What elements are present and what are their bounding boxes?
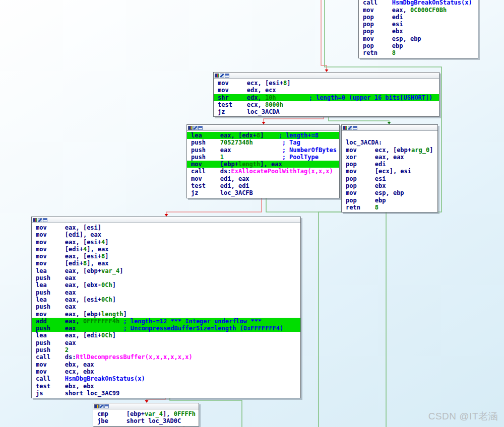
node-palette-icon[interactable] [343, 126, 347, 130]
node-collapse-icon[interactable] [353, 126, 357, 130]
asm-text-segment: ; NumberOfBytes [282, 147, 337, 154]
asm-line[interactable]: lea eax, [esi+0Ch] [32, 296, 300, 303]
asm-line[interactable]: mov eax, [ebp+length] [32, 311, 300, 318]
asm-line[interactable]: mov ecx, [ebp+arg_0] [342, 147, 437, 154]
basic-block-cmp-ffff[interactable]: cmp [ebp+var_4], 0FFFFhjbe short loc_3AD… [93, 403, 199, 426]
asm-line[interactable]: mov [edi], eax [32, 231, 300, 238]
asm-line[interactable]: pop edi [359, 14, 478, 21]
asm-line[interactable]: call ds:RtlDecompressBuffer(x,x,x,x,x,x) [32, 353, 300, 361]
asm-line[interactable]: push eax [32, 303, 300, 310]
asm-text-segment: lea eax, [esi+ [36, 296, 101, 303]
asm-line[interactable]: push eax [32, 274, 300, 281]
asm-line[interactable] [342, 132, 437, 139]
node-palette-icon[interactable] [188, 126, 193, 130]
asm-line[interactable]: mov ecx, [esi+8] [214, 80, 439, 87]
asm-line[interactable]: pop ebx [342, 182, 437, 189]
asm-line-highlighted[interactable]: shr edx, 10h ; length=0 (upper 16 bits[U… [214, 94, 439, 101]
asm-line[interactable]: lea eax, [ebx-0Ch] [32, 281, 300, 289]
asm-line[interactable]: call HsmDbgBreakOnStatus(x) [359, 0, 478, 7]
asm-line[interactable]: jbe short loc_3AD0C [93, 417, 199, 424]
asm-text-segment: shr edx, [218, 94, 265, 101]
node-pencil-icon[interactable] [220, 74, 224, 78]
asm-line[interactable]: test ebx, ebx [32, 383, 300, 390]
ida-graph-canvas[interactable]: mov ecx, 0C000CF0Bhcall HsmDbgBreakOnSta… [0, 0, 504, 427]
asm-line[interactable]: retn 8 [342, 204, 437, 211]
asm-line[interactable]: mov [edi+8], eax [32, 260, 300, 267]
asm-line[interactable]: retn 8 [359, 49, 478, 56]
basic-block-length-shift-test[interactable]: mov ecx, [esi+8]mov edx, ecxshr edx, 10h… [213, 72, 439, 117]
asm-text-segment: mov edx, ecx [218, 87, 276, 94]
asm-line[interactable]: mov eax, [esi+4] [32, 239, 300, 246]
asm-text-segment: mov [edi+ [36, 260, 83, 267]
asm-line[interactable]: push eax [32, 289, 300, 296]
asm-text-segment: ] [112, 281, 116, 289]
asm-text-segment: mov ecx, [ebp+ [346, 147, 411, 154]
node-titlebar[interactable] [187, 125, 339, 131]
node-titlebar[interactable] [214, 73, 439, 79]
node-pencil-icon[interactable] [348, 126, 352, 130]
asm-line[interactable]: mov esp, ebp [342, 189, 437, 196]
asm-line[interactable]: mov ecx, ebx [32, 368, 300, 375]
asm-line[interactable]: lea eax, [edi+0Ch] [32, 332, 300, 339]
asm-line[interactable]: call HsmDbgBreakOnStatus(x) [32, 375, 300, 382]
asm-text-segment: mov eax, [esi+ [36, 239, 101, 246]
asm-line[interactable]: mov edx, ecx [214, 87, 439, 94]
asm-line[interactable]: mov eax, 0C000CF0Bh [359, 7, 478, 14]
asm-line[interactable]: jz loc_3ACDA [214, 108, 439, 115]
node-collapse-icon[interactable] [104, 404, 109, 408]
asm-text-segment: pop esi [363, 21, 403, 28]
asm-line[interactable]: pop esi [359, 21, 478, 28]
asm-text-segment: ] [112, 332, 116, 339]
asm-line-highlighted[interactable]: add eax, 0FFFFFFF4h ; length-=12 *** Int… [32, 318, 300, 325]
asm-text-segment: RtlDecompressBuffer(x,x,x,x,x,x) [76, 353, 192, 361]
node-palette-icon[interactable] [94, 404, 99, 408]
asm-line[interactable]: pop edi [342, 161, 437, 168]
asm-line[interactable]: pop ebp [342, 197, 437, 204]
asm-line[interactable]: push 2 [32, 346, 300, 353]
asm-line[interactable]: mov eax, [esi] [32, 224, 300, 231]
node-pencil-icon[interactable] [99, 404, 104, 408]
asm-line[interactable]: js short loc_3AC99 [32, 390, 300, 397]
asm-line[interactable]: push eax ; NumberOfBytes [187, 147, 339, 154]
asm-line[interactable]: jz loc_3ACFB [187, 189, 339, 196]
asm-line[interactable]: mov [ecx], esi [342, 168, 437, 175]
asm-line-highlighted[interactable]: push eax ; UncompressedBufferSize=length… [32, 325, 300, 332]
asm-text-segment: js short loc_3AC99 [36, 390, 119, 397]
asm-text-segment: lea eax, [ebx- [36, 281, 101, 289]
node-pencil-icon[interactable] [38, 218, 42, 222]
basic-block-rtldecompressbuffer[interactable]: mov eax, [esi]mov [edi], eaxmov eax, [es… [31, 217, 301, 398]
node-titlebar[interactable] [93, 403, 199, 409]
asm-line-highlighted[interactable]: mov [ebp+length], eax [187, 161, 339, 168]
node-palette-icon[interactable] [215, 74, 219, 78]
asm-line[interactable]: lea eax, [ebp+var_4] [32, 267, 300, 274]
node-collapse-icon[interactable] [198, 126, 203, 130]
asm-line[interactable]: xor eax, eax [342, 154, 437, 161]
asm-line[interactable]: mov ebx, eax [32, 361, 300, 368]
asm-text-segment: mov edi, eax [191, 175, 249, 182]
asm-line[interactable]: pop ebx [359, 28, 478, 35]
asm-line[interactable]: mov esp, ebp [359, 35, 478, 42]
asm-line[interactable]: test ecx, 8000h [214, 101, 439, 108]
asm-line-highlighted[interactable]: lea eax, [edx+8] ; length+=8 [187, 132, 339, 139]
asm-line[interactable]: push 70527348h ; Tag [187, 139, 339, 146]
node-palette-icon[interactable] [33, 218, 37, 222]
node-collapse-icon[interactable] [43, 218, 47, 222]
asm-line[interactable]: cmp [ebp+var_4], 0FFFFh [93, 410, 199, 417]
node-pencil-icon[interactable] [193, 126, 198, 130]
asm-line[interactable]: test edi, edi [187, 182, 339, 189]
asm-line[interactable]: loc_3ACDA: [342, 139, 437, 146]
asm-line[interactable]: pop ebp [359, 42, 478, 49]
node-titlebar[interactable] [342, 125, 437, 131]
asm-line[interactable]: pop esi [342, 175, 437, 182]
asm-line[interactable]: mov eax, [esi+8] [32, 253, 300, 260]
asm-line[interactable]: call ds:ExAllocatePoolWithTag(x,x,x) [187, 168, 339, 175]
basic-block-break-on-status-retn[interactable]: mov ecx, 0C000CF0Bhcall HsmDbgBreakOnSta… [358, 0, 478, 58]
asm-line[interactable]: push 1 ; PoolType [187, 154, 339, 161]
node-collapse-icon[interactable] [225, 74, 229, 78]
asm-line[interactable]: push eax [32, 339, 300, 346]
asm-line[interactable]: mov [edi+4], eax [32, 246, 300, 253]
node-titlebar[interactable] [32, 217, 300, 223]
asm-line[interactable]: mov edi, eax [187, 175, 339, 182]
basic-block-exallocatepool[interactable]: lea eax, [edx+8] ; length+=8push 7052734… [186, 124, 340, 198]
basic-block-loc-3ACDA[interactable]: loc_3ACDA:mov ecx, [ebp+arg_0]xor eax, e… [341, 124, 438, 212]
